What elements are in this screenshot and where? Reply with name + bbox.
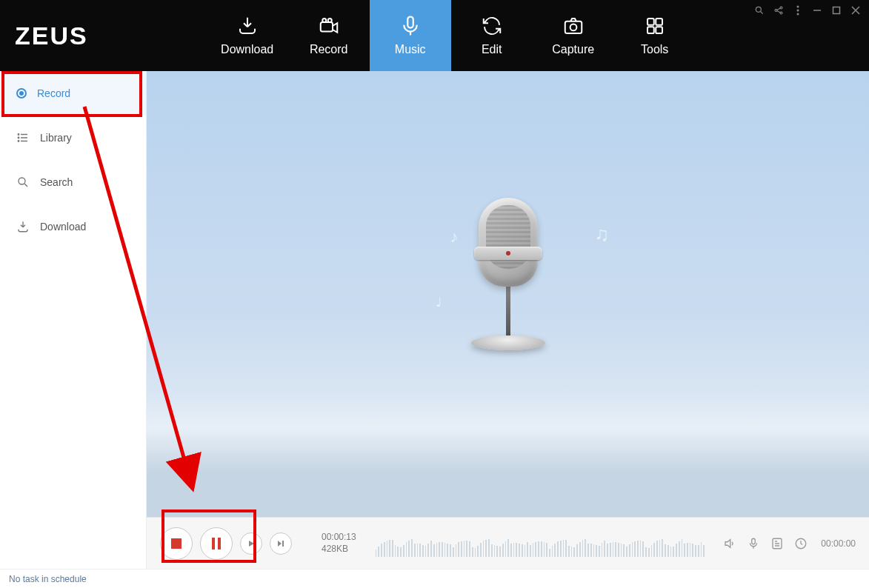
svg-point-10 — [756, 7, 761, 12]
svg-rect-4 — [565, 21, 582, 33]
minimize-button[interactable] — [811, 4, 823, 16]
svg-rect-8 — [647, 27, 654, 33]
elapsed-time: 00:00:13 — [322, 532, 356, 544]
sidebar-item-download[interactable]: Download — [0, 204, 146, 249]
tab-label: Record — [310, 43, 348, 56]
mic-base — [471, 335, 545, 350]
svg-point-20 — [18, 141, 19, 142]
tab-music[interactable]: Music — [370, 0, 451, 71]
window-controls — [753, 4, 862, 16]
mic-settings-icon[interactable] — [747, 537, 760, 550]
svg-rect-0 — [320, 22, 332, 32]
volume-icon[interactable] — [723, 537, 736, 550]
svg-rect-22 — [752, 538, 756, 544]
total-time: 00:00:00 — [821, 538, 856, 549]
tab-label: Capture — [552, 43, 594, 56]
download-icon — [236, 15, 259, 37]
maximize-button[interactable] — [830, 4, 842, 16]
svg-point-19 — [18, 137, 19, 138]
sidebar-item-search[interactable]: Search — [0, 160, 146, 204]
tab-record[interactable]: Record — [288, 0, 370, 71]
tab-download[interactable]: Download — [207, 0, 288, 71]
next-button[interactable] — [270, 532, 292, 555]
microphone-illustration — [464, 198, 553, 368]
top-bar: ZEUS Download Record Music Edit Capture … — [0, 0, 869, 71]
recording-canvas: ♪ ♫ ♩ — [147, 71, 869, 517]
sidebar-item-record[interactable]: Record — [0, 71, 146, 116]
top-nav: Download Record Music Edit Capture Tools — [207, 0, 696, 71]
right-icons: 00:00:00 — [723, 537, 856, 550]
stop-button[interactable] — [160, 527, 193, 560]
svg-point-1 — [322, 19, 326, 22]
svg-rect-6 — [647, 19, 654, 25]
sidebar-item-label: Record — [37, 87, 70, 99]
status-text: No task in schedule — [9, 574, 87, 584]
waveform-display — [376, 530, 705, 557]
svg-rect-3 — [407, 17, 413, 28]
music-note-icon: ♪ — [450, 227, 459, 247]
file-size: 428KB — [322, 544, 356, 555]
tab-capture[interactable]: Capture — [533, 0, 614, 71]
svg-rect-17 — [833, 7, 840, 14]
svg-point-21 — [19, 178, 25, 184]
music-note-icon: ♫ — [595, 223, 610, 246]
mic-pole — [506, 284, 510, 335]
music-note-icon: ♩ — [436, 294, 442, 310]
close-button[interactable] — [850, 4, 862, 16]
svg-point-5 — [570, 24, 576, 31]
record-radio-icon — [16, 88, 27, 98]
sidebar-item-library[interactable]: Library — [0, 116, 146, 160]
tab-label: Download — [221, 43, 273, 56]
tab-tools[interactable]: Tools — [614, 0, 696, 71]
svg-point-18 — [18, 134, 19, 136]
output-settings-icon[interactable] — [770, 537, 784, 550]
control-bar: 00:00:13 428KB 00:00:00 — [147, 517, 869, 569]
recording-info: 00:00:13 428KB — [322, 532, 356, 555]
tab-label: Edit — [482, 43, 502, 56]
search-icon[interactable] — [753, 4, 765, 16]
svg-point-15 — [797, 10, 799, 12]
mic-head — [479, 198, 538, 287]
status-bar: No task in schedule — [0, 569, 869, 588]
sidebar-item-label: Search — [40, 176, 73, 188]
video-camera-icon — [318, 15, 340, 37]
svg-point-16 — [797, 13, 799, 16]
tab-label: Tools — [641, 43, 668, 56]
search-icon — [16, 176, 30, 189]
microphone-icon — [399, 15, 422, 37]
refresh-icon — [481, 15, 503, 37]
grid-icon — [644, 15, 666, 37]
sidebar: Record Library Search Download — [0, 71, 147, 569]
sidebar-item-label: Library — [40, 132, 72, 144]
more-icon[interactable] — [792, 4, 804, 16]
svg-point-2 — [327, 19, 331, 22]
content: ♪ ♫ ♩ 00:00:13 428KB — [147, 71, 869, 569]
svg-rect-9 — [656, 27, 662, 33]
camera-icon — [562, 15, 585, 37]
sidebar-item-label: Download — [40, 221, 86, 233]
list-icon — [16, 131, 30, 144]
svg-point-14 — [797, 6, 799, 8]
tab-label: Music — [395, 43, 426, 56]
download-icon — [16, 220, 30, 233]
app-logo: ZEUS — [0, 0, 103, 71]
schedule-icon[interactable] — [794, 537, 808, 550]
pause-button[interactable] — [200, 527, 233, 560]
body: Record Library Search Download ♪ ♫ ♩ — [0, 71, 869, 569]
share-icon[interactable] — [773, 4, 785, 16]
play-button[interactable] — [240, 532, 262, 555]
svg-rect-7 — [656, 19, 662, 25]
tab-edit[interactable]: Edit — [451, 0, 533, 71]
